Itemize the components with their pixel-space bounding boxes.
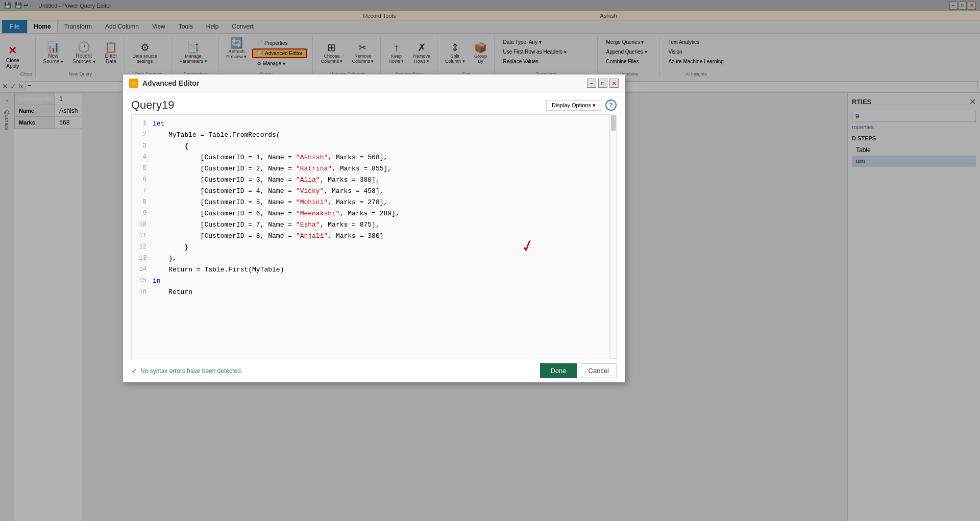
code-editor[interactable]: 1 let 2 MyTable = Table.FromRecords( 3 { <box>132 114 610 359</box>
modal-header: Query19 Display Options ▾ ? <box>123 92 625 114</box>
code-line-9: 9 [CustomerID = 6, Name = "Meenakshi", M… <box>132 209 609 220</box>
modal-close-btn[interactable]: ✕ <box>609 79 619 88</box>
modal-title-text: Advanced Editor <box>142 79 199 87</box>
code-line-8: 8 [CustomerID = 5, Name = "Mohini", Mark… <box>132 197 609 209</box>
modal-maximize-btn[interactable]: □ <box>598 79 607 88</box>
display-options-btn[interactable]: Display Options ▾ <box>546 100 601 111</box>
code-line-11: 11 [CustomerID = 8, Name = "Anjali", Mar… <box>132 231 609 242</box>
code-editor-container: 1 let 2 MyTable = Table.FromRecords( 3 { <box>131 114 617 359</box>
modal-title-bar: ⚡ Advanced Editor − □ ✕ <box>123 75 625 92</box>
syntax-status: ✓ No syntax errors have been detected. <box>131 367 242 375</box>
cancel-button[interactable]: Cancel <box>581 363 617 378</box>
code-line-2: 2 MyTable = Table.FromRecords( <box>132 130 609 141</box>
modal-editor: 1 let 2 MyTable = Table.FromRecords( 3 { <box>123 114 625 359</box>
scrollbar-thumb[interactable] <box>611 115 616 131</box>
modal-title: ⚡ Advanced Editor <box>129 79 199 88</box>
code-line-6: 6 [CustomerID = 3, Name = "Alia", Marks … <box>132 175 609 186</box>
advanced-editor-modal: ⚡ Advanced Editor − □ ✕ Query19 Display … <box>122 74 625 383</box>
syntax-check-icon: ✓ <box>131 367 137 375</box>
modal-query-title: Query19 <box>131 98 174 112</box>
modal-controls[interactable]: − □ ✕ <box>587 79 619 88</box>
modal-help-btn[interactable]: ? <box>605 100 617 111</box>
modal-icon: ⚡ <box>129 79 138 88</box>
modal-footer: ✓ No syntax errors have been detected. D… <box>123 359 625 382</box>
syntax-status-text: No syntax errors have been detected. <box>140 367 242 375</box>
code-line-7: 7 [CustomerID = 4, Name = "Vicky", Marks… <box>132 186 609 197</box>
code-line-15: 15 in <box>132 276 609 287</box>
code-line-13: 13 ), <box>132 254 609 265</box>
modal-action-buttons: Done Cancel <box>540 363 617 378</box>
code-line-3: 3 { <box>132 141 609 153</box>
modal-header-right: Display Options ▾ ? <box>546 100 617 111</box>
code-line-14: 14 Return = Table.First(MyTable) <box>132 265 609 276</box>
code-line-5: 5 [CustomerID = 2, Name = "Katrina", Mar… <box>132 164 609 175</box>
modal-minimize-btn[interactable]: − <box>587 79 596 88</box>
code-line-10: 10 [CustomerID = 7, Name = "Esha", Marks… <box>132 220 609 231</box>
code-line-4: 4 [CustomerID = 1, Name = "Ashish", Mark… <box>132 153 609 164</box>
modal-overlay: ⚡ Advanced Editor − □ ✕ Query19 Display … <box>0 0 980 521</box>
code-line-1: 1 let <box>132 119 609 130</box>
done-button[interactable]: Done <box>540 363 576 378</box>
code-scrollbar[interactable] <box>610 114 616 358</box>
code-line-12: 12 } <box>132 242 609 254</box>
code-line-16: 16 Return <box>132 287 609 299</box>
